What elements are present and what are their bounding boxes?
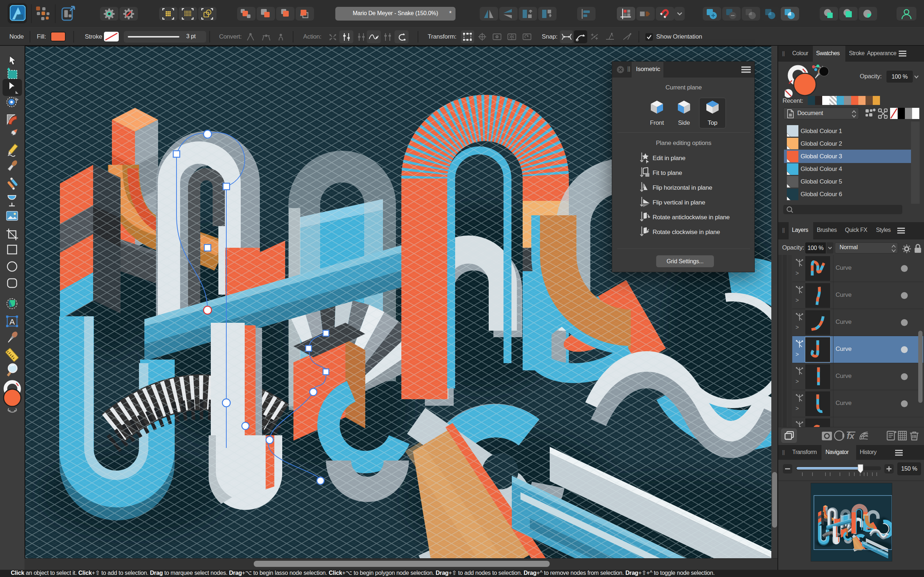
svg-text:A: A [10,318,15,326]
